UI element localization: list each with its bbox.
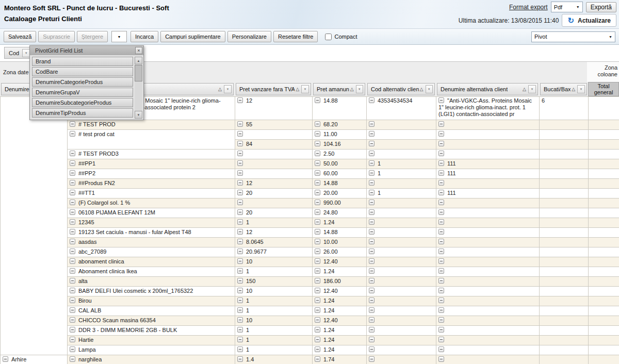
collapse-icon[interactable] [315,268,320,274]
header-bucati-bax-button[interactable]: Bucati/Bax △ ▼ [540,83,587,95]
collapse-icon[interactable] [438,180,444,186]
saved-layout-select[interactable]: ▼ [111,31,127,42]
collapse-icon[interactable] [315,337,320,342]
collapse-icon[interactable] [438,121,444,127]
collapse-icon[interactable] [369,297,374,303]
header-denumire-alternativa-button[interactable]: Denumire alternativa client △ ▼ [437,83,538,95]
field-list-item[interactable]: DenumireGrupaV [32,88,133,97]
field-list-item[interactable]: Brand [32,57,133,66]
collapse-icon[interactable] [237,356,243,362]
filter-icon[interactable]: ▼ [528,85,536,93]
collapse-icon[interactable] [315,200,320,205]
filter-icon[interactable]: ▼ [224,85,232,93]
collapse-icon[interactable] [369,346,374,352]
load-button[interactable]: Incarca [131,31,158,42]
scrollbar-track[interactable] [135,81,142,111]
collapse-icon[interactable] [369,121,374,127]
field-list-item[interactable]: DenumireSubcategorieProdus [32,98,133,107]
header-pret-vanzare-button[interactable]: Pret vanzare fara TVA △ ▼ [236,83,311,95]
collapse-icon[interactable] [315,258,320,264]
collapse-icon[interactable] [315,160,320,166]
collapse-icon[interactable] [369,307,374,313]
collapse-icon[interactable] [438,219,444,225]
collapse-icon[interactable] [315,180,320,186]
overwrite-button[interactable]: Suprascrie [38,31,75,42]
collapse-icon[interactable] [237,229,243,235]
collapse-icon[interactable] [237,200,243,205]
scrollbar-thumb[interactable] [135,65,142,81]
collapse-icon[interactable] [438,229,444,235]
collapse-icon[interactable] [70,288,75,293]
collapse-icon[interactable] [315,317,320,323]
collapse-icon[interactable] [369,249,374,254]
collapse-icon[interactable] [369,337,374,342]
close-icon[interactable]: × [135,47,142,54]
collapse-icon[interactable] [315,229,320,235]
collapse-icon[interactable] [237,131,243,137]
collapse-icon[interactable] [438,209,444,215]
field-list-titlebar[interactable]: PivotGrid Field List × [30,46,143,55]
filter-icon[interactable]: ▼ [301,85,309,93]
collapse-icon[interactable] [70,209,75,215]
collapse-icon[interactable] [369,239,374,244]
collapse-icon[interactable] [70,151,75,156]
collapse-icon[interactable] [70,160,75,166]
collapse-icon[interactable] [369,170,374,176]
collapse-icon[interactable] [438,268,444,274]
collapse-icon[interactable] [438,249,444,254]
collapse-icon[interactable] [438,258,444,264]
collapse-icon[interactable] [438,278,444,284]
collapse-icon[interactable] [438,346,444,352]
filter-icon[interactable]: ▼ [426,85,433,93]
collapse-icon[interactable] [237,317,243,323]
collapse-icon[interactable] [70,307,75,313]
collapse-icon[interactable] [237,278,243,284]
view-mode-select[interactable]: Pivot ▼ [531,31,615,42]
collapse-icon[interactable] [237,97,243,103]
extra-fields-button[interactable]: Campuri suplimentare [160,31,225,42]
collapse-icon[interactable] [438,288,444,293]
collapse-icon[interactable] [70,190,75,195]
filter-icon[interactable]: ▼ [577,85,585,93]
collapse-icon[interactable] [369,141,374,146]
collapse-icon[interactable] [237,141,243,146]
collapse-icon[interactable] [237,288,243,293]
collapse-icon[interactable] [237,209,243,215]
collapse-icon[interactable] [438,151,444,156]
export-button[interactable]: Exportă [586,2,616,12]
collapse-icon[interactable] [70,239,75,244]
collapse-icon[interactable] [438,190,444,195]
collapse-icon[interactable] [438,160,444,166]
collapse-icon[interactable] [315,239,320,244]
collapse-icon[interactable] [369,209,374,215]
collapse-icon[interactable] [438,356,444,362]
collapse-icon[interactable] [438,97,444,103]
collapse-icon[interactable] [369,190,374,195]
collapse-icon[interactable] [315,151,320,156]
collapse-icon[interactable] [70,258,75,264]
header-pret-amanunt-button[interactable]: Pret amanunt △ ▼ [313,83,365,95]
collapse-icon[interactable] [70,317,75,323]
collapse-icon[interactable] [315,346,320,352]
collapse-icon[interactable] [315,131,320,137]
collapse-icon[interactable] [237,346,243,352]
filter-icon[interactable]: ▼ [22,49,30,57]
collapse-icon[interactable] [369,180,374,186]
collapse-icon[interactable] [70,268,75,274]
collapse-icon[interactable] [315,190,320,195]
collapse-icon[interactable] [438,317,444,323]
collapse-icon[interactable] [369,327,374,333]
collapse-icon[interactable] [70,170,75,176]
collapse-icon[interactable] [237,239,243,244]
collapse-icon[interactable] [369,219,374,225]
collapse-icon[interactable] [315,307,320,313]
collapse-icon[interactable] [70,219,75,225]
collapse-icon[interactable] [237,160,243,166]
collapse-icon[interactable] [369,288,374,293]
collapse-icon[interactable] [315,141,320,146]
field-list-item[interactable]: CodBare [32,67,133,76]
scroll-up-icon[interactable]: ▲ [135,57,142,64]
collapse-icon[interactable] [315,209,320,215]
format-export-select[interactable]: Pdf ▼ [551,2,583,12]
collapse-icon[interactable] [438,131,444,137]
